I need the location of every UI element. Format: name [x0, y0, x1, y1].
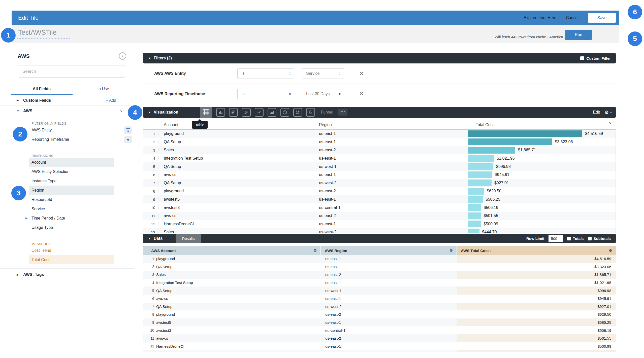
account-cell[interactable]: 1 playground: [143, 255, 321, 263]
region-cell[interactable]: us-west-2: [316, 230, 467, 233]
region-column-header[interactable]: Region: [316, 123, 467, 129]
line-chart-icon[interactable]: [255, 108, 264, 117]
total-cost-cell[interactable]: $4,516.59: [457, 255, 616, 263]
region-cell[interactable]: us-east-1: [316, 156, 467, 161]
aws-group-header[interactable]: ▼ AWS 5: [0, 106, 134, 116]
total-cost-cell[interactable]: $444.70: [457, 350, 616, 352]
filter-operator-select[interactable]: is ▲▼: [237, 68, 294, 79]
total-cost-cell[interactable]: $1,865.71: [457, 271, 616, 279]
filter-value-select[interactable]: Last 30 Days ▲▼: [302, 89, 344, 99]
region-cell[interactable]: us-east-1: [316, 140, 467, 144]
region-cell[interactable]: us-east-1: [321, 295, 457, 303]
bar-chart-icon[interactable]: [229, 108, 238, 117]
filters-header[interactable]: ▼ Filters (2) Custom Filter: [143, 53, 616, 63]
total-cost-cell[interactable]: $506.19: [457, 326, 616, 334]
account-cell[interactable]: HarnessDroneCI: [159, 222, 316, 226]
subtotals-checkbox[interactable]: [588, 237, 592, 240]
pie-chart-icon[interactable]: [280, 108, 289, 117]
account-cell[interactable]: 8 playground: [143, 310, 321, 318]
column-gear-icon[interactable]: ⚙: [450, 248, 453, 253]
region-cell[interactable]: us-east-1: [321, 342, 457, 350]
region-cell[interactable]: us-west-1: [321, 287, 457, 295]
total-cost-cell[interactable]: $500.99: [457, 342, 616, 350]
total-cost-cell[interactable]: $629.50: [467, 187, 616, 195]
account-cell[interactable]: 10 awstest3: [143, 326, 321, 334]
total-cost-cell[interactable]: $927.01: [467, 179, 616, 187]
region-cell[interactable]: us-west-2: [321, 350, 457, 352]
more-viz-types-icon[interactable]: •••: [338, 109, 347, 116]
custom-fields-group[interactable]: ▶ Custom Fields + Add: [0, 95, 134, 106]
sidebar-item-aws-entity-selection[interactable]: AWS Entity Selection: [29, 167, 114, 176]
account-cell[interactable]: Sales: [159, 230, 316, 233]
sidebar-item-aws-entity[interactable]: AWS Entity: [29, 125, 114, 135]
total-cost-cell[interactable]: $945.91: [457, 295, 616, 303]
aws-region-column-header[interactable]: AWS Region ⚙: [321, 246, 457, 255]
account-cell[interactable]: awstest5: [159, 197, 316, 202]
aws-tags-group[interactable]: ▶ AWS: Tags: [0, 269, 134, 281]
total-cost-cell[interactable]: $4,516.59: [467, 130, 616, 138]
single-value-viz-icon[interactable]: 6: [306, 108, 315, 117]
region-cell[interactable]: us-east-1: [321, 318, 457, 327]
total-cost-cell[interactable]: $444.70: [467, 228, 616, 233]
total-cost-cell[interactable]: $506.19: [467, 203, 616, 212]
account-cell[interactable]: awstest3: [159, 205, 316, 210]
total-cost-cell[interactable]: $501.55: [467, 212, 616, 220]
total-cost-cell[interactable]: $1,021.96: [467, 154, 616, 163]
account-cell[interactable]: 7 QA Setup: [143, 303, 321, 311]
filter-operator-select[interactable]: is ▲▼: [237, 89, 294, 99]
sidebar-item-account[interactable]: Account: [29, 158, 114, 167]
region-cell[interactable]: us-east-1: [316, 222, 467, 226]
account-cell[interactable]: aws-cs: [159, 213, 316, 218]
filter-value-select[interactable]: Service ▲▼: [302, 68, 344, 79]
total-cost-cell[interactable]: $1,865.71: [467, 146, 616, 154]
sidebar-item-region[interactable]: Region: [29, 186, 114, 195]
save-button[interactable]: Save: [588, 13, 616, 23]
row-limit-input[interactable]: [549, 235, 563, 242]
edit-viz-button[interactable]: Edit: [593, 110, 600, 115]
run-button[interactable]: Run: [565, 30, 592, 40]
filter-icon[interactable]: [124, 136, 132, 143]
total-cost-cell[interactable]: $500.99: [467, 220, 616, 228]
region-cell[interactable]: us-west-1: [316, 164, 467, 169]
sidebar-item-time-period-date[interactable]: ▶ Time Period / Date: [29, 213, 114, 223]
tile-name-input[interactable]: TestAWSTile: [18, 29, 57, 37]
region-cell[interactable]: eu-central-1: [316, 205, 467, 210]
region-cell[interactable]: us-east-2: [321, 271, 457, 279]
region-cell[interactable]: us-east-1: [321, 263, 457, 271]
account-cell[interactable]: 11 aws-cs: [143, 334, 321, 342]
region-cell[interactable]: us-east-2: [321, 310, 457, 318]
column-gear-icon[interactable]: ⚙: [314, 248, 317, 253]
column-gear-icon[interactable]: ⚙: [609, 248, 612, 253]
cancel-button[interactable]: Cancel: [566, 16, 578, 20]
sidebar-item-service[interactable]: Service: [29, 204, 114, 213]
region-cell[interactable]: us-east-2: [321, 334, 457, 342]
account-cell[interactable]: 12 HarnessDroneCI: [143, 342, 321, 350]
account-cell[interactable]: 5 QA Setup: [143, 287, 321, 295]
region-cell[interactable]: us-east-1: [316, 131, 467, 136]
account-cell[interactable]: 6 aws-cs: [143, 295, 321, 303]
sidebar-item-instance-type[interactable]: Instance Type: [29, 176, 114, 186]
account-cell[interactable]: aws-cs: [159, 172, 316, 177]
region-cell[interactable]: eu-central-1: [321, 326, 457, 334]
aws-account-column-header[interactable]: AWS Account ⚙: [143, 246, 321, 255]
account-cell[interactable]: QA Setup: [159, 164, 316, 169]
total-cost-cell[interactable]: $996.98: [457, 287, 616, 295]
account-cell[interactable]: QA Setup: [159, 181, 316, 185]
account-cell[interactable]: 13 Sales: [143, 350, 321, 352]
total-cost-cell[interactable]: $1,021.96: [457, 279, 616, 287]
scatter-chart-icon[interactable]: [242, 108, 251, 117]
area-chart-icon[interactable]: [268, 108, 276, 117]
account-cell[interactable]: 3 Sales: [143, 271, 321, 279]
sidebar-item-reporting-timeframe[interactable]: Reporting Timeframe: [29, 135, 114, 144]
account-column-header[interactable]: Account: [159, 123, 316, 129]
data-header[interactable]: ▼ Data Results Row Limit Totals Subtotal…: [143, 234, 616, 243]
remove-filter-icon[interactable]: ✕: [359, 70, 364, 78]
total-cost-cell[interactable]: $501.55: [457, 334, 616, 342]
region-cell[interactable]: us-west-2: [321, 303, 457, 311]
sidebar-item-usage-type[interactable]: Usage Type: [29, 223, 114, 232]
total-cost-cell[interactable]: $3,323.06: [457, 263, 616, 271]
explore-from-here-link[interactable]: Explore from Here: [524, 16, 556, 20]
total-cost-column-header[interactable]: Total Cost ∨: [467, 123, 616, 129]
account-cell[interactable]: 9 awstest5: [143, 318, 321, 327]
add-custom-field-button[interactable]: + Add: [106, 98, 116, 103]
